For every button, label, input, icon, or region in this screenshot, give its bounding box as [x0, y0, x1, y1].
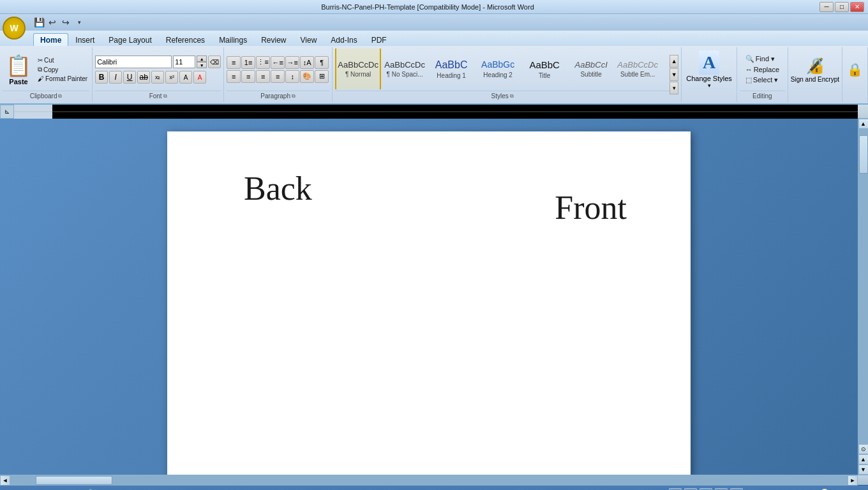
- tab-references[interactable]: References: [159, 33, 212, 46]
- change-styles-button[interactable]: A Change Styles ▾: [684, 48, 734, 91]
- multilevel-list-button[interactable]: ⋮≡: [256, 56, 270, 69]
- document-area[interactable]: Back Front: [0, 119, 858, 475]
- style-title[interactable]: AaBbC Title: [521, 48, 567, 89]
- clipboard-expand-icon[interactable]: ⧉: [58, 93, 62, 100]
- document-text-front: Front: [555, 189, 627, 226]
- styles-scroll-up-button[interactable]: ▲: [670, 55, 678, 68]
- shading-button[interactable]: 🎨: [300, 70, 314, 83]
- style-heading1[interactable]: AaBbC Heading 1: [428, 48, 474, 89]
- bold-button[interactable]: B: [95, 71, 108, 84]
- quick-redo-button[interactable]: ↪: [60, 17, 71, 28]
- line-spacing-button[interactable]: ↕: [285, 70, 299, 83]
- editing-buttons: 🔍 Find ▾ ↔ Replace ⬚ Select ▾: [744, 54, 781, 85]
- quick-undo-button[interactable]: ↩: [47, 17, 58, 28]
- format-painter-icon: 🖌: [38, 75, 44, 82]
- tab-review[interactable]: Review: [254, 33, 293, 46]
- tab-addins[interactable]: Add-Ins: [324, 33, 364, 46]
- change-styles-content: A Change Styles ▾: [684, 48, 734, 91]
- paragraph-expand-icon[interactable]: ⧉: [292, 93, 296, 100]
- font-expand-icon[interactable]: ⧉: [163, 93, 167, 100]
- minimize-button[interactable]: ─: [819, 2, 834, 12]
- align-center-button[interactable]: ≡: [241, 70, 255, 83]
- clear-format-button[interactable]: ⌫: [208, 56, 221, 68]
- tab-pagelayout[interactable]: Page Layout: [101, 33, 158, 46]
- close-button[interactable]: ✕: [850, 2, 864, 12]
- main-area: Back Front ▲ ⊙ ▲ ▼: [0, 119, 868, 475]
- justify-button[interactable]: ≡: [271, 70, 285, 83]
- increase-indent-button[interactable]: →≡: [285, 56, 299, 69]
- h-scroll-thumb[interactable]: [36, 476, 112, 485]
- style-subtleemphasis-label: Subtle Em...: [620, 71, 655, 78]
- sort-button[interactable]: ↕A: [300, 56, 314, 69]
- font-size-buttons: ▲ ▼: [197, 56, 207, 68]
- font-size-increase-button[interactable]: ▲: [197, 56, 207, 62]
- document-page[interactable]: Back Front: [167, 131, 691, 475]
- paste-button[interactable]: 📋 Paste: [3, 52, 34, 87]
- h-scroll-track[interactable]: [10, 475, 848, 486]
- style-subtleemphasis-preview: AaBbCcDc: [617, 60, 658, 70]
- style-nospacing[interactable]: AaBbCcDc ¶ No Spaci...: [382, 48, 428, 89]
- strikethrough-button[interactable]: ab: [137, 71, 150, 84]
- format-painter-button[interactable]: 🖌 Format Painter: [36, 75, 89, 83]
- style-normal[interactable]: AaBbCcDc ¶ Normal: [335, 48, 381, 89]
- tab-mailings[interactable]: Mailings: [212, 33, 254, 46]
- styles-scroll-down-button[interactable]: ▼: [670, 68, 678, 81]
- font-size-decrease-button[interactable]: ▼: [197, 62, 207, 68]
- outline-view-button[interactable]: ≡: [715, 488, 728, 491]
- prev-page-button[interactable]: ▲: [858, 454, 869, 464]
- restore-button[interactable]: □: [835, 2, 849, 12]
- superscript-button[interactable]: x²: [165, 71, 178, 84]
- underline-button[interactable]: U: [123, 71, 136, 84]
- scrollbar-up-button[interactable]: ▲: [858, 119, 869, 129]
- find-button[interactable]: 🔍 Find ▾: [744, 54, 781, 64]
- borders-button[interactable]: ⊞: [315, 70, 329, 83]
- replace-button[interactable]: ↔ Replace: [744, 65, 781, 74]
- style-subtleemphasis[interactable]: AaBbCcDc Subtle Em...: [615, 48, 661, 89]
- scrollbar-thumb[interactable]: [859, 135, 868, 174]
- quick-save-button[interactable]: 💾: [33, 17, 45, 28]
- bullets-button[interactable]: ≡: [227, 56, 241, 69]
- web-layout-button[interactable]: 🌐: [700, 488, 712, 491]
- scrollbar-track[interactable]: [858, 129, 869, 444]
- paragraph-row-2: ≡ ≡ ≡ ≡ ↕ 🎨 ⊞: [227, 70, 329, 83]
- style-subtitle[interactable]: AaBbCcI Subtitle: [568, 48, 614, 89]
- next-page-button[interactable]: ▼: [858, 464, 869, 475]
- h-scroll-right-button[interactable]: ►: [848, 475, 858, 486]
- tab-home[interactable]: Home: [33, 33, 68, 46]
- tab-insert[interactable]: Insert: [68, 33, 101, 46]
- show-formatting-button[interactable]: ¶: [315, 56, 329, 69]
- select-button[interactable]: ⬚ Select ▾: [744, 75, 781, 85]
- print-layout-button[interactable]: ▦: [669, 488, 682, 491]
- align-right-button[interactable]: ≡: [256, 70, 270, 83]
- sign-encrypt-label[interactable]: Sign and Encrypt: [791, 76, 839, 83]
- change-styles-dropdown-icon: ▾: [708, 82, 711, 89]
- font-group: ▲ ▼ ⌫ B I U ab x₂ x² A A Font ⧉: [93, 47, 224, 102]
- text-highlight-button[interactable]: A: [179, 71, 192, 84]
- full-screen-button[interactable]: ⊡: [684, 488, 697, 491]
- cut-button[interactable]: ✂ Cut: [36, 56, 89, 64]
- styles-expand-icon[interactable]: ⧉: [510, 93, 514, 100]
- decrease-indent-button[interactable]: ←≡: [271, 56, 285, 69]
- ruler-corner-button[interactable]: ⊾: [0, 105, 14, 119]
- numbering-button[interactable]: 1≡: [241, 56, 255, 69]
- subscript-button[interactable]: x₂: [151, 71, 164, 84]
- draft-view-button[interactable]: ▤: [730, 488, 743, 491]
- style-heading2[interactable]: AaBbGc Heading 2: [475, 48, 521, 89]
- tab-view[interactable]: View: [294, 33, 324, 46]
- tab-pdf[interactable]: PDF: [364, 33, 394, 46]
- align-left-button[interactable]: ≡: [227, 70, 241, 83]
- office-button[interactable]: W: [3, 17, 26, 40]
- select-browse-object-button[interactable]: ⊙: [858, 444, 869, 454]
- h-scroll-left-button[interactable]: ◄: [0, 475, 10, 486]
- styles-more-button[interactable]: ▾: [670, 82, 678, 94]
- copy-button[interactable]: ⧉ Copy: [36, 65, 89, 74]
- cut-icon: ✂: [38, 57, 43, 64]
- change-styles-group: A Change Styles ▾ Change Styles: [682, 47, 737, 102]
- font-name-input[interactable]: [95, 56, 172, 68]
- font-group-label: Font ⧉: [95, 91, 221, 101]
- text-color-button[interactable]: A: [193, 71, 206, 84]
- quick-access-dropdown[interactable]: ▾: [73, 17, 85, 28]
- font-size-input[interactable]: [173, 56, 195, 68]
- paragraph-row-1: ≡ 1≡ ⋮≡ ←≡ →≡ ↕A ¶: [227, 56, 329, 69]
- italic-button[interactable]: I: [109, 71, 122, 84]
